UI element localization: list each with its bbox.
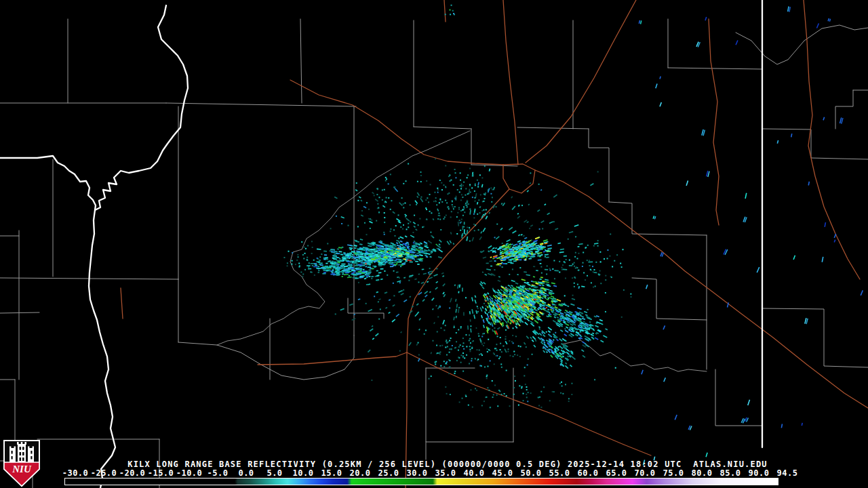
colorbar-tick-label: -10.0 bbox=[176, 468, 203, 478]
colorbar-tick-label: 45.0 bbox=[492, 468, 513, 478]
colorbar-tick-label: 30.0 bbox=[407, 468, 428, 478]
colorbar-tick-label: -20.0 bbox=[119, 468, 146, 478]
colorbar-tick-label: 55.0 bbox=[549, 468, 570, 478]
colorbar-tick-label: 0.0 bbox=[238, 468, 254, 478]
colorbar-tick-label: 85.0 bbox=[720, 468, 741, 478]
colorbar-tick-label: 10.0 bbox=[293, 468, 314, 478]
colorbar-tick-label: 40.0 bbox=[464, 468, 485, 478]
colorbar-tick-label: 90.0 bbox=[749, 468, 770, 478]
niu-logo-text: NIU bbox=[12, 464, 32, 474]
state-border-lines bbox=[0, 0, 762, 488]
colorbar-tick-label: 65.0 bbox=[606, 468, 627, 478]
colorbar-tick-label: 50.0 bbox=[521, 468, 542, 478]
niu-logo: NIU bbox=[3, 439, 41, 487]
colorbar-tick-label: 94.5 bbox=[777, 468, 798, 478]
colorbar-tick-label: -5.0 bbox=[208, 468, 229, 478]
county-lines bbox=[0, 19, 868, 488]
product-caption: KILX LONG RANGE BASE REFLECTIVITY (0.25K… bbox=[0, 460, 868, 469]
colorbar-tick-label: 80.0 bbox=[692, 468, 713, 478]
colorbar bbox=[64, 478, 778, 485]
colorbar-tick-label: 60.0 bbox=[578, 468, 599, 478]
colorbar-tick-label: 25.0 bbox=[378, 468, 399, 478]
radar-map bbox=[0, 0, 868, 488]
colorbar-tick-label: 15.0 bbox=[321, 468, 342, 478]
colorbar-tick-label: -30.0 bbox=[62, 468, 89, 478]
highway-lines bbox=[121, 0, 868, 488]
colorbar-tick-label: 5.0 bbox=[267, 468, 282, 478]
colorbar-tick-label: -25.0 bbox=[91, 468, 117, 478]
radar-product-screen: KILX LONG RANGE BASE REFLECTIVITY (0.25K… bbox=[0, 0, 868, 488]
colorbar-tick-label: 75.0 bbox=[663, 468, 684, 478]
river-lines bbox=[217, 131, 707, 371]
colorbar-tick-labels: -30.0-25.0-20.0-15.0-10.0-5.00.05.010.01… bbox=[0, 468, 868, 477]
colorbar-tick-label: 20.0 bbox=[350, 468, 371, 478]
colorbar-tick-label: -15.0 bbox=[148, 468, 174, 478]
colorbar-tick-label: 70.0 bbox=[635, 468, 656, 478]
colorbar-tick-label: 35.0 bbox=[435, 468, 456, 478]
